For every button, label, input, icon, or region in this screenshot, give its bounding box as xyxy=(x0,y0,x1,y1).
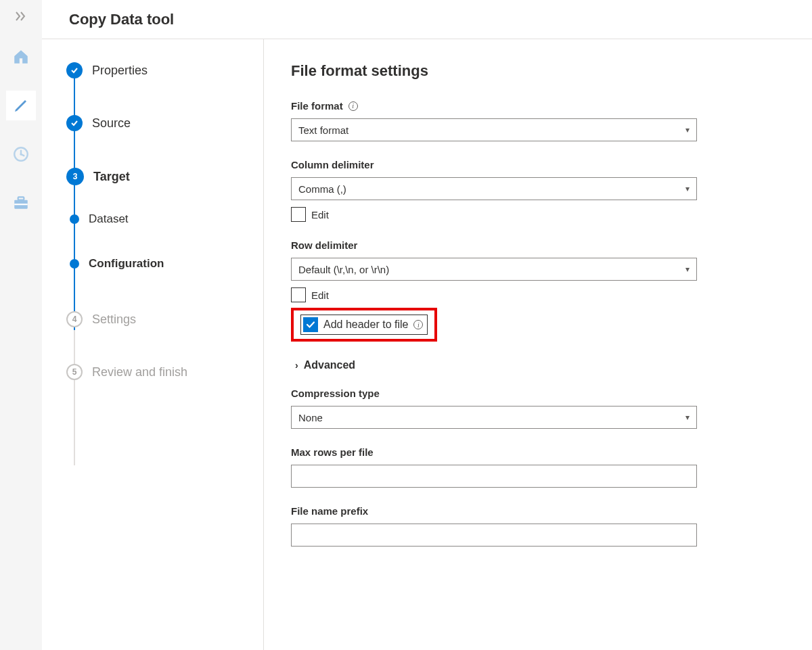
step-label: Review and finish xyxy=(92,365,187,379)
step-number-icon: 5 xyxy=(66,364,83,380)
select-value: Comma (,) xyxy=(298,183,346,195)
step-number-icon: 4 xyxy=(66,311,83,327)
chevron-down-icon: ▾ xyxy=(685,264,690,274)
nav-author[interactable] xyxy=(6,91,36,120)
select-value: Default (\r,\n, or \r\n) xyxy=(298,264,389,275)
max-rows-input[interactable] xyxy=(291,465,697,488)
home-icon xyxy=(12,48,30,66)
chevron-right-icon: › xyxy=(295,360,298,371)
page-title: Copy Data tool xyxy=(69,11,174,28)
step-number-icon: 3 xyxy=(66,168,84,185)
svg-rect-4 xyxy=(14,204,28,205)
edit-icon xyxy=(13,97,29,114)
step-label: Dataset xyxy=(89,212,129,226)
substep-configuration[interactable]: Configuration xyxy=(66,257,263,271)
toolbox-icon xyxy=(12,194,30,212)
svg-point-1 xyxy=(20,153,22,155)
edit-label: Edit xyxy=(311,289,329,301)
check-icon xyxy=(66,115,83,131)
add-header-label: Add header to file xyxy=(323,319,408,331)
step-label: Properties xyxy=(92,64,148,78)
svg-rect-3 xyxy=(18,197,24,200)
advanced-label: Advanced xyxy=(304,359,355,371)
chevron-down-icon: ▾ xyxy=(685,125,690,135)
nav-manage[interactable] xyxy=(6,188,36,218)
form-area: File format settings File format i Text … xyxy=(264,39,812,650)
left-rail xyxy=(0,0,42,650)
title-bar: Copy Data tool xyxy=(42,0,812,39)
edit-label: Edit xyxy=(311,209,329,220)
file-name-prefix-label: File name prefix xyxy=(291,505,368,517)
step-label: Target xyxy=(93,170,130,184)
file-format-select[interactable]: Text format ▾ xyxy=(291,118,697,141)
add-header-checkbox[interactable] xyxy=(303,317,318,332)
chevron-down-icon: ▾ xyxy=(685,184,690,193)
file-name-prefix-input[interactable] xyxy=(291,524,697,547)
step-label: Configuration xyxy=(89,257,164,271)
step-settings[interactable]: 4 Settings xyxy=(66,311,263,327)
max-rows-label: Max rows per file xyxy=(291,446,374,458)
step-target[interactable]: 3 Target xyxy=(66,168,263,185)
wizard-steps: Properties Source 3 Target Datas xyxy=(42,39,264,650)
form-heading: File format settings xyxy=(291,62,812,80)
select-value: None xyxy=(298,412,323,423)
column-delimiter-label: Column delimiter xyxy=(291,159,374,170)
expand-rail-button[interactable] xyxy=(0,9,42,23)
add-header-highlight: Add header to file i xyxy=(291,308,437,342)
check-icon xyxy=(66,62,83,78)
step-label: Settings xyxy=(92,312,136,327)
nav-monitor[interactable] xyxy=(6,139,36,169)
step-review[interactable]: 5 Review and finish xyxy=(66,364,263,380)
info-icon[interactable]: i xyxy=(348,101,358,111)
compression-type-label: Compression type xyxy=(291,388,380,399)
step-source[interactable]: Source xyxy=(66,115,263,131)
compression-type-select[interactable]: None ▾ xyxy=(291,406,697,429)
substep-dataset[interactable]: Dataset xyxy=(66,212,263,226)
info-icon[interactable]: i xyxy=(413,320,423,329)
column-delimiter-select[interactable]: Comma (,) ▾ xyxy=(291,177,697,200)
dot-icon xyxy=(70,259,79,269)
row-delimiter-edit-checkbox[interactable] xyxy=(291,287,306,302)
row-delimiter-select[interactable]: Default (\r,\n, or \r\n) ▾ xyxy=(291,258,697,281)
dot-icon xyxy=(70,214,79,224)
row-delimiter-label: Row delimiter xyxy=(291,239,357,251)
file-format-label: File format xyxy=(291,100,343,112)
column-delimiter-edit-checkbox[interactable] xyxy=(291,207,306,222)
step-properties[interactable]: Properties xyxy=(66,62,263,78)
monitor-icon xyxy=(12,145,30,163)
select-value: Text format xyxy=(298,124,348,136)
advanced-toggle[interactable]: › Advanced xyxy=(291,359,812,371)
step-label: Source xyxy=(92,116,131,131)
chevron-down-icon: ▾ xyxy=(685,413,690,422)
nav-home[interactable] xyxy=(6,42,36,72)
